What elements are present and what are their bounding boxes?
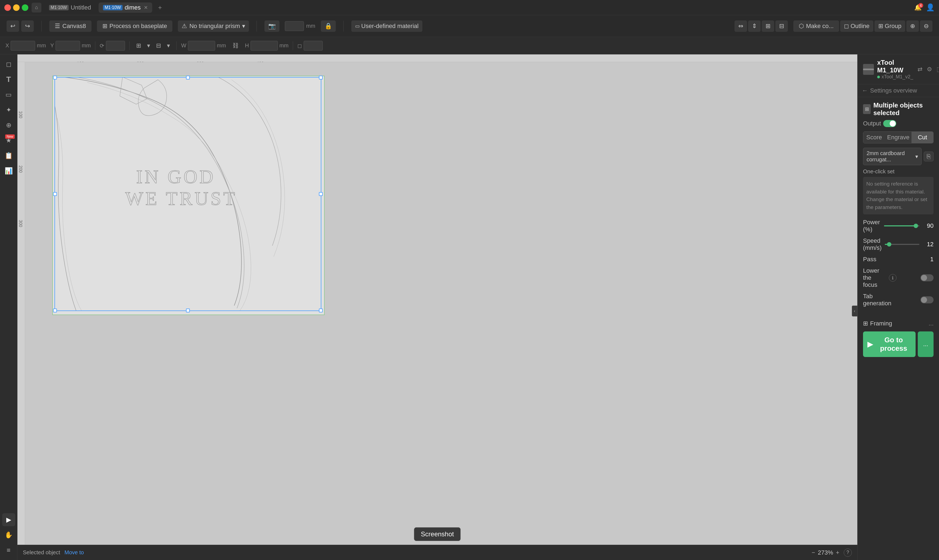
rotation-input[interactable]: 0°	[106, 41, 125, 51]
focus-group: 4 mm	[285, 21, 315, 31]
tab-dimes[interactable]: M1·10W dimes ✕	[99, 2, 152, 13]
outline-button[interactable]: ◻ Outline	[840, 20, 873, 32]
sidebar-item-effects[interactable]: ✦	[2, 103, 15, 117]
material-row: 2mm cardboard corrugat... ▾ ⎘	[863, 148, 934, 165]
tab-generation-toggle[interactable]	[920, 296, 934, 303]
canvas-icon: ☰	[55, 23, 60, 30]
close-button[interactable]	[5, 5, 11, 11]
sidebar-item-text[interactable]: T	[2, 73, 15, 86]
camera-button[interactable]: 📷	[264, 20, 279, 32]
sidebar-item-add[interactable]: ⊕	[2, 118, 15, 132]
flip-v-button[interactable]: ⇕	[748, 20, 761, 32]
corner-input[interactable]: 0	[304, 41, 323, 51]
redo-button[interactable]: ↪	[21, 20, 34, 32]
power-slider[interactable]	[884, 225, 919, 226]
outline-icon: ◻	[844, 23, 849, 30]
go-process-button[interactable]: ▶ Go to process	[863, 331, 916, 357]
sidebar-item-hand[interactable]: ✋	[2, 528, 15, 542]
tab-score[interactable]: Score	[863, 132, 885, 143]
move-to-link[interactable]: Move to	[65, 549, 84, 555]
sidebar-item-analytics[interactable]: 📊	[2, 165, 15, 177]
panel-device-header: xTool M1_10W xTool_M1_v2_ ⇄ ⚙ ⬚	[857, 54, 939, 85]
zoom-in-button[interactable]: +	[836, 549, 839, 556]
settings-overview-nav[interactable]: ← Settings overview	[857, 85, 939, 97]
align-bottom-button[interactable]: ▾	[165, 41, 172, 50]
material-icon: ▭	[355, 23, 360, 29]
process-tabs: Score Engrave Cut	[863, 131, 934, 143]
help-button[interactable]: ?	[844, 549, 852, 557]
process-button[interactable]: ⊞ Process on baseplate	[97, 20, 173, 32]
tab-dimes-badge: M1·10W	[103, 5, 123, 10]
notification-button[interactable]: 🔔 4	[914, 4, 922, 11]
home-button[interactable]: ⌂	[32, 3, 42, 12]
align-right-button[interactable]: ▾	[145, 41, 152, 50]
flip-h-button[interactable]: ⇔	[734, 20, 747, 32]
speed-thumb[interactable]	[887, 242, 891, 246]
sidebar-item-layers[interactable]: ≡	[2, 544, 15, 557]
statusbar: Selected object Move to − 273% + ?	[17, 545, 857, 560]
align-top-button[interactable]: ⊟	[154, 41, 163, 50]
lower-focus-info[interactable]: ℹ	[889, 274, 896, 282]
ruler-tick-left-300: 300	[18, 220, 23, 227]
y-unit: mm	[82, 42, 91, 49]
x-unit: mm	[37, 42, 46, 49]
y-input[interactable]: 20.03	[56, 41, 80, 51]
bool-diff-button[interactable]: ⊖	[920, 20, 933, 32]
ruler-top: 100 200 300 400	[17, 54, 857, 62]
new-badge: New	[5, 134, 14, 139]
power-thumb[interactable]	[914, 224, 918, 228]
settings-button[interactable]: ⚙	[926, 65, 933, 74]
go-process-more-button[interactable]: ...	[918, 331, 934, 357]
tab-dimes-close[interactable]: ✕	[144, 5, 148, 11]
align-button[interactable]: ⊞	[762, 20, 774, 32]
panel-bottom: ⊞ Framing ... ▶ Go to process ...	[857, 315, 939, 362]
sidebar-item-select[interactable]: ▶	[2, 513, 15, 526]
speed-slider[interactable]	[885, 244, 919, 245]
material-dropdown[interactable]: 2mm cardboard corrugat... ▾	[863, 148, 922, 165]
material-copy-button[interactable]: ⎘	[924, 152, 934, 162]
sync-button[interactable]: ⇄	[916, 65, 924, 74]
canvas-button[interactable]: ☰ Canvas8	[49, 20, 91, 32]
lock-button[interactable]: 🔒	[321, 20, 336, 32]
sidebar-item-rectangle[interactable]: ▭	[2, 88, 15, 101]
undo-button[interactable]: ↩	[6, 20, 19, 32]
zoom-out-button[interactable]: −	[811, 549, 815, 556]
device-status-dot	[877, 75, 880, 78]
toolbar-object-group: ⬡ Make co... ◻ Outline ⊞ Group ⊕ ⊖	[793, 20, 933, 32]
align-left-button[interactable]: ⊞	[134, 41, 143, 50]
x-input[interactable]: 17.41	[11, 41, 35, 51]
distribute-button[interactable]: ⊟	[776, 20, 788, 32]
sidebar-item-new[interactable]: ★ New	[2, 134, 15, 147]
minimize-button[interactable]	[13, 5, 20, 11]
h-input[interactable]: 258.91	[251, 41, 278, 51]
add-tab-button[interactable]: +	[156, 3, 164, 12]
main-area: ◻ T ▭ ✦ ⊕ ★ New 📋 📊 ▶ ✋ ≡ 100 200 300 40…	[0, 54, 939, 560]
framing-more-button[interactable]: ...	[929, 320, 934, 327]
profile-button[interactable]: 👤	[926, 3, 934, 12]
tab-cut[interactable]: Cut	[911, 132, 933, 143]
lower-focus-knob	[921, 275, 927, 281]
output-toggle[interactable]	[883, 120, 896, 127]
maximize-button[interactable]	[22, 5, 28, 11]
lock-aspect-button[interactable]: ⛓	[230, 41, 241, 50]
sidebar-item-shapes[interactable]: ◻	[2, 58, 15, 71]
w-input[interactable]: 297.66	[188, 41, 215, 51]
material-chevron: ▾	[915, 153, 918, 160]
bool-union-button[interactable]: ⊕	[906, 20, 919, 32]
canvas-area[interactable]: 100 200 300 400 100 200 300	[17, 54, 857, 560]
material-button[interactable]: ▭ User-defined material	[351, 20, 422, 32]
group-button[interactable]: ⊞ Group	[874, 20, 905, 32]
lower-focus-toggle[interactable]	[920, 274, 934, 282]
tab-engrave[interactable]: Engrave	[885, 132, 912, 143]
make-compound-button[interactable]: ⬡ Make co...	[793, 20, 839, 32]
device-name: xTool M1_10W	[877, 59, 913, 74]
toolbar: ↩ ↪ ☰ Canvas8 ⊞ Process on baseplate ⚠ N…	[0, 15, 939, 37]
speed-track	[885, 244, 919, 245]
sidebar-item-clipboard[interactable]: 📋	[2, 149, 15, 162]
panel-collapse-button[interactable]: ‹	[852, 306, 857, 317]
focus-input[interactable]: 4	[285, 21, 304, 31]
expand-button[interactable]: ⬚	[936, 65, 939, 74]
settings-overview-label: Settings overview	[870, 87, 917, 94]
prism-dropdown[interactable]: ⚠ No triangular prism ▾	[178, 20, 249, 32]
tab-untitled[interactable]: M1·10W Untitled	[45, 2, 95, 13]
